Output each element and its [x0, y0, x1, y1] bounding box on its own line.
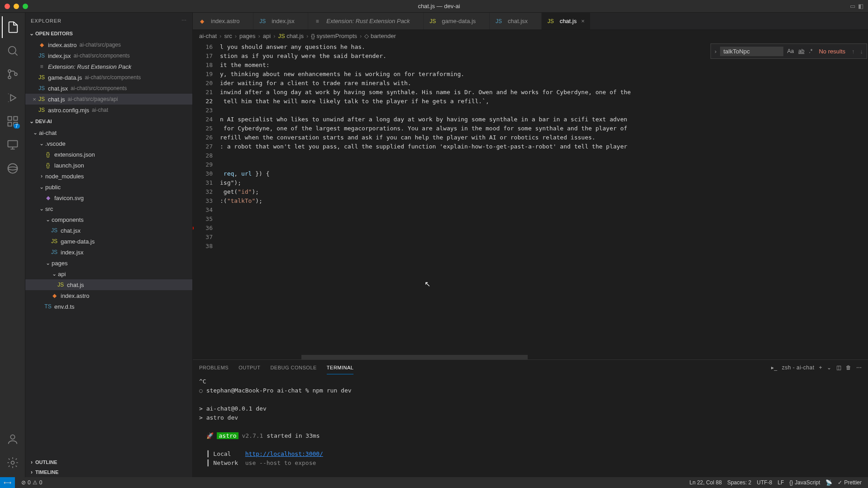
- open-editor-item[interactable]: × JS index.jsx ai-chat/src/components: [25, 50, 192, 61]
- new-terminal-icon[interactable]: +: [819, 364, 822, 371]
- file-item[interactable]: JSchat.js: [25, 279, 192, 290]
- line-number[interactable]: 28: [193, 151, 213, 160]
- code-line[interactable]: [220, 233, 868, 242]
- panel-layout-icon[interactable]: ▭: [850, 3, 855, 10]
- split-terminal-icon[interactable]: ◫: [836, 364, 842, 371]
- code-line[interactable]: [220, 160, 868, 169]
- breadcrumb-segment[interactable]: JS chat.js: [278, 33, 304, 39]
- code-line[interactable]: isg");: [220, 178, 868, 187]
- horizontal-scrollbar[interactable]: [301, 355, 528, 359]
- edge-tools-icon[interactable]: [2, 158, 24, 179]
- code-line[interactable]: refill when the conversation starts and …: [220, 133, 868, 142]
- code-line[interactable]: tell him that he will more likely talk t…: [220, 97, 868, 106]
- code-content[interactable]: l you should answer any questions he has…: [220, 42, 868, 359]
- code-line[interactable]: get("id");: [220, 187, 868, 196]
- editor-body[interactable]: 1617181920212223242526272829303132333435…: [193, 42, 868, 359]
- folder-item[interactable]: ›node_modules: [25, 171, 192, 182]
- open-editor-item[interactable]: × ≡ Extension: Rust Extension Pack: [25, 61, 192, 72]
- find-next-icon[interactable]: ↓: [858, 48, 865, 55]
- editor-tab[interactable]: ◆ index.astro ×: [193, 13, 253, 29]
- file-item[interactable]: {}launch.json: [25, 160, 192, 171]
- line-number[interactable]: 31: [193, 178, 213, 187]
- code-line[interactable]: for Cyberdyne, one of the largest megaco…: [220, 124, 868, 133]
- line-number[interactable]: 29: [193, 160, 213, 169]
- open-editors-header[interactable]: ⌄ OPEN EDITORS: [25, 29, 192, 38]
- project-header[interactable]: ⌄ DEV-AI: [25, 116, 192, 126]
- code-line[interactable]: ider waiting for a client to trade rare …: [220, 79, 868, 88]
- line-number[interactable]: 20: [193, 79, 213, 88]
- status-language[interactable]: {} JavaScript: [787, 479, 823, 486]
- file-item[interactable]: JSchat.jsx: [25, 225, 192, 236]
- code-line[interactable]: [220, 242, 868, 251]
- editor-tab[interactable]: ≡ Extension: Rust Extension Pack ×: [308, 13, 424, 29]
- close-icon[interactable]: ×: [31, 96, 38, 103]
- match-case-icon[interactable]: Aa: [785, 47, 796, 55]
- run-debug-icon[interactable]: [2, 87, 24, 109]
- code-line[interactable]: [220, 206, 868, 215]
- open-editor-item[interactable]: × JS chat.jsx ai-chat/src/components: [25, 83, 192, 94]
- breadcrumb-segment[interactable]: src: [224, 33, 232, 39]
- folder-item[interactable]: ⌄ai-chat: [25, 127, 192, 138]
- editor-tab[interactable]: JS chat.jsx ×: [490, 13, 542, 29]
- timeline-header[interactable]: › TIMELINE: [25, 467, 192, 477]
- outline-header[interactable]: › OUTLINE: [25, 457, 192, 467]
- accounts-icon[interactable]: [2, 428, 24, 450]
- line-number[interactable]: 21: [193, 88, 213, 97]
- line-number[interactable]: 38: [193, 242, 213, 251]
- source-control-icon[interactable]: [2, 63, 24, 85]
- sidebar-more-icon[interactable]: ⋯: [181, 18, 187, 24]
- line-number[interactable]: 16: [193, 43, 213, 52]
- file-item[interactable]: JSgame-data.js: [25, 236, 192, 247]
- line-number[interactable]: 19: [193, 70, 213, 79]
- line-number[interactable]: 18: [193, 61, 213, 70]
- breadcrumb-segment[interactable]: api: [263, 33, 271, 39]
- sidebar-layout-icon[interactable]: ◧: [858, 3, 863, 10]
- line-number[interactable]: 25: [193, 124, 213, 133]
- match-word-icon[interactable]: ab: [796, 47, 806, 55]
- status-formatter[interactable]: ✓ Prettier: [835, 479, 864, 486]
- find-input[interactable]: [720, 47, 783, 56]
- terminal-split-dropdown-icon[interactable]: ⌄: [827, 364, 832, 371]
- breadcrumb-segment[interactable]: {} systemPrompts: [311, 33, 357, 39]
- code-line[interactable]: [220, 224, 868, 233]
- folder-item[interactable]: ⌄src: [25, 203, 192, 214]
- terminal-tab[interactable]: TERMINAL: [327, 361, 354, 374]
- line-number[interactable]: 27: [193, 142, 213, 151]
- problems-tab[interactable]: PROBLEMS: [199, 361, 229, 374]
- code-line[interactable]: : a robot that won't let you pass, call …: [220, 142, 868, 151]
- open-editor-item[interactable]: × JS chat.js ai-chat/src/pages/api: [25, 94, 192, 105]
- file-item[interactable]: ◆index.astro: [25, 290, 192, 301]
- status-errors[interactable]: ⊘0 ⚠0: [19, 479, 45, 486]
- folder-item[interactable]: ⌄components: [25, 214, 192, 225]
- window-maximize-button[interactable]: [23, 4, 28, 9]
- line-number[interactable]: 36: [193, 224, 213, 233]
- status-eol[interactable]: LF: [775, 479, 787, 486]
- breadcrumb-segment[interactable]: ai-chat: [199, 33, 217, 39]
- status-cursor-position[interactable]: Ln 22, Col 88: [687, 479, 724, 486]
- editor-tab[interactable]: JS index.jsx ×: [253, 13, 308, 29]
- terminal-content[interactable]: ^C○ stephan@MacBook-Pro ai-chat % npm ru…: [193, 375, 868, 477]
- line-number[interactable]: 23: [193, 106, 213, 115]
- output-tab[interactable]: OUTPUT: [238, 361, 260, 374]
- line-number[interactable]: 32: [193, 187, 213, 196]
- open-editor-item[interactable]: × JS astro.config.mjs ai-chat: [25, 105, 192, 115]
- code-line[interactable]: inwind after a long day at work by havin…: [220, 88, 868, 97]
- code-line[interactable]: y, thinking about new enhancements he is…: [220, 70, 868, 79]
- code-line[interactable]: req, url }) {: [220, 169, 868, 178]
- line-number[interactable]: 26: [193, 133, 213, 142]
- panel-more-icon[interactable]: ⋯: [856, 364, 862, 371]
- search-view-icon[interactable]: [2, 40, 24, 62]
- terminal-launch-icon[interactable]: ▸_: [771, 364, 777, 371]
- terminal-link[interactable]: http://localhost:3000/: [245, 450, 323, 457]
- folder-item[interactable]: ⌄.vscode: [25, 138, 192, 149]
- window-close-button[interactable]: [5, 4, 10, 9]
- extensions-view-icon[interactable]: 7: [2, 110, 24, 132]
- open-editor-item[interactable]: × JS game-data.js ai-chat/src/components: [25, 72, 192, 83]
- line-number[interactable]: 35: [193, 215, 213, 224]
- regex-icon[interactable]: .*: [807, 47, 814, 55]
- line-number[interactable]: 37: [193, 233, 213, 242]
- code-line[interactable]: [220, 106, 868, 115]
- file-item[interactable]: ◆favicon.svg: [25, 192, 192, 203]
- find-prev-icon[interactable]: ↑: [850, 48, 857, 55]
- line-number[interactable]: 17: [193, 52, 213, 61]
